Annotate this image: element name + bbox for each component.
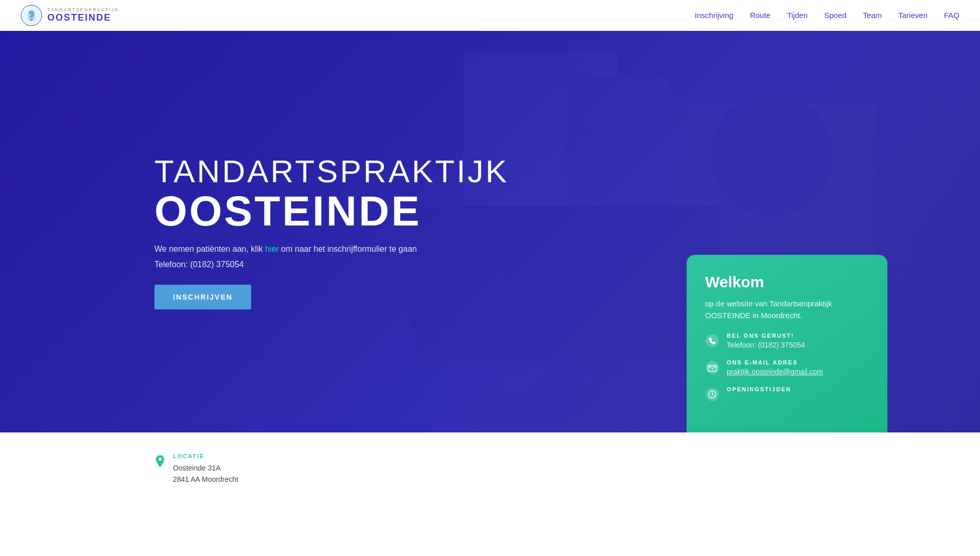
welkom-hours-item: OPENINGSTIJDEN xyxy=(705,386,869,402)
svg-point-8 xyxy=(706,334,719,348)
logo-icon xyxy=(21,5,42,26)
nav-spoed[interactable]: Spoed xyxy=(824,11,846,20)
location-icon xyxy=(154,454,166,472)
welkom-hours-text: OPENINGSTIJDEN xyxy=(727,386,791,394)
email-icon xyxy=(705,360,720,375)
welkom-card: Welkom op de website van Tandartsenprakt… xyxy=(687,255,887,432)
welkom-phone-item: BEL ONS GERUST! Telefoon: (0182) 375054 xyxy=(705,333,869,349)
welkom-description: op de website van Tandartsenpraktijk OOS… xyxy=(705,298,869,321)
hero-phone: Telefoon: (0182) 375054 xyxy=(154,260,463,269)
hero-title-bold: OOSTEINDE xyxy=(154,189,463,233)
nav-faq[interactable]: FAQ xyxy=(944,11,959,20)
hero-section: TANDARTSPRAKTIJK OOSTEINDE We nemen pati… xyxy=(0,0,980,432)
hero-subtitle: We nemen patiënten aan, klik hier om naa… xyxy=(154,242,463,256)
footer-section: LOCATIE Oosteinde 31A 2841 AA Moordrecht xyxy=(0,432,980,506)
inschrijven-button[interactable]: INSCHRIJVEN xyxy=(154,285,251,309)
location-content: LOCATIE Oosteinde 31A 2841 AA Moordrecht xyxy=(173,453,238,485)
nav-inschrijving[interactable]: Inschrijving xyxy=(695,11,733,20)
welkom-email-item: ONS E-MAIL ADRES praktijk.oosteinde@gmai… xyxy=(705,359,869,376)
hero-content: TANDARTSPRAKTIJK OOSTEINDE We nemen pati… xyxy=(0,154,463,309)
nav-menu: Inschrijving Route Tijden Spoed Team Tar… xyxy=(695,11,959,20)
nav-route[interactable]: Route xyxy=(750,11,771,20)
welkom-email-text: ONS E-MAIL ADRES praktijk.oosteinde@gmai… xyxy=(727,359,823,376)
hier-link[interactable]: hier xyxy=(265,245,279,253)
welkom-title: Welkom xyxy=(705,273,869,291)
logo-text: TANDARTSENPRAKTIJK OOSTEINDE xyxy=(47,8,119,23)
phone-icon xyxy=(705,334,720,348)
logo-link[interactable]: TANDARTSENPRAKTIJK OOSTEINDE xyxy=(21,5,119,26)
navbar: TANDARTSENPRAKTIJK OOSTEINDE Inschrijvin… xyxy=(0,0,980,31)
nav-tijden[interactable]: Tijden xyxy=(787,11,808,20)
email-link[interactable]: praktijk.oosteinde@gmail.com xyxy=(727,368,823,376)
clock-icon xyxy=(705,387,720,402)
nav-team[interactable]: Team xyxy=(863,11,882,20)
svg-point-2 xyxy=(29,14,31,16)
location-col: LOCATIE Oosteinde 31A 2841 AA Moordrecht xyxy=(154,453,238,485)
hero-title-light: TANDARTSPRAKTIJK xyxy=(154,154,463,189)
location-address: Oosteinde 31A 2841 AA Moordrecht xyxy=(173,462,238,485)
welkom-phone-text: BEL ONS GERUST! Telefoon: (0182) 375054 xyxy=(727,333,805,349)
nav-tarieven[interactable]: Tarieven xyxy=(898,11,927,20)
svg-point-9 xyxy=(706,361,719,374)
